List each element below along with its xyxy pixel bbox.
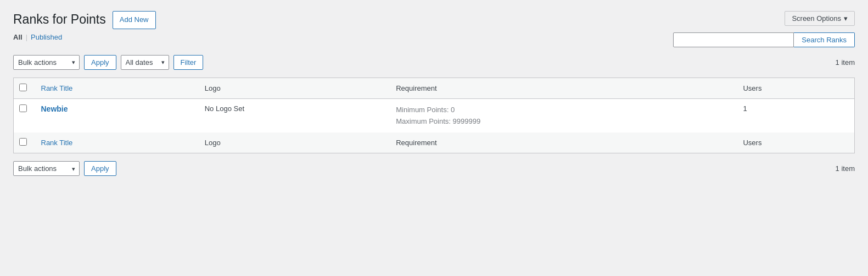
requirement-footer: Requirement (388, 133, 735, 153)
filter-links: All | Published (13, 33, 62, 41)
bottom-bulk-actions-wrapper: Bulk actions Edit Move to Trash (13, 161, 80, 176)
select-all-footer[interactable] (14, 133, 33, 153)
filter-separator: | (26, 33, 27, 41)
requirement-header: Requirement (388, 78, 735, 98)
bottom-item-count: 1 item (836, 164, 855, 173)
max-points: Maximum Points: 9999999 (396, 116, 727, 128)
row-checkbox-cell (14, 98, 33, 133)
subsubsub-and-search-bar: All | Published Search Ranks (13, 32, 855, 47)
header-area: Ranks for Points Add New Screen Options … (13, 11, 855, 29)
min-points: Minimum Points: 0 (396, 104, 727, 116)
top-apply-button[interactable]: Apply (84, 55, 116, 70)
rank-title-cell: Newbie (33, 98, 197, 133)
bottom-bulk-actions-select[interactable]: Bulk actions Edit Move to Trash (13, 161, 80, 176)
rank-title-footer[interactable]: Rank Title (33, 133, 197, 153)
bottom-apply-button[interactable]: Apply (84, 161, 116, 176)
title-area: Ranks for Points Add New (13, 11, 156, 29)
screen-options-button[interactable]: Screen Options ▾ (785, 11, 855, 26)
users-footer: Users (735, 133, 854, 153)
table-header-row: Rank Title Logo Requirement Users (14, 78, 855, 98)
screen-options-label: Screen Options (792, 14, 841, 23)
filter-published-link[interactable]: Published (31, 33, 62, 41)
rank-title-link[interactable]: Newbie (41, 104, 68, 113)
filter-button[interactable]: Filter (173, 55, 204, 70)
search-ranks-button[interactable]: Search Ranks (794, 32, 855, 47)
users-header: Users (735, 78, 854, 98)
users-cell: 1 (735, 98, 854, 133)
filter-all-link[interactable]: All (13, 33, 23, 41)
select-all-header[interactable] (14, 78, 33, 98)
table-row: Newbie No Logo Set Minimum Points: 0 Max… (14, 98, 855, 133)
table-footer-row: Rank Title Logo Requirement Users (14, 133, 855, 153)
logo-header: Logo (197, 78, 389, 98)
bottom-tablenav-left: Bulk actions Edit Move to Trash Apply (13, 161, 116, 176)
bulk-actions-select[interactable]: Bulk actions Edit Move to Trash (13, 55, 80, 70)
date-filter-select[interactable]: All dates (121, 55, 169, 70)
logo-cell: No Logo Set (197, 98, 389, 133)
rank-title-header[interactable]: Rank Title (33, 78, 197, 98)
row-checkbox[interactable] (19, 104, 27, 112)
top-tablenav: Bulk actions Edit Move to Trash Apply Al… (13, 52, 855, 73)
bulk-actions-wrapper: Bulk actions Edit Move to Trash (13, 55, 80, 70)
select-all-checkbox[interactable] (19, 84, 27, 91)
select-all-footer-checkbox[interactable] (19, 138, 27, 146)
page-title: Ranks for Points (13, 12, 106, 28)
logo-footer: Logo (197, 133, 389, 153)
search-input[interactable] (673, 32, 794, 47)
ranks-table: Rank Title Logo Requirement Users Newbie… (13, 78, 855, 154)
add-new-button[interactable]: Add New (113, 11, 156, 29)
chevron-down-icon: ▾ (844, 14, 848, 23)
date-filter-wrapper: All dates (121, 55, 169, 70)
requirement-cell: Minimum Points: 0 Maximum Points: 999999… (388, 98, 735, 133)
bottom-tablenav: Bulk actions Edit Move to Trash Apply 1 … (13, 158, 855, 179)
top-tablenav-left: Bulk actions Edit Move to Trash Apply Al… (13, 55, 203, 70)
search-area: Search Ranks (673, 32, 855, 47)
top-item-count: 1 item (836, 58, 855, 67)
